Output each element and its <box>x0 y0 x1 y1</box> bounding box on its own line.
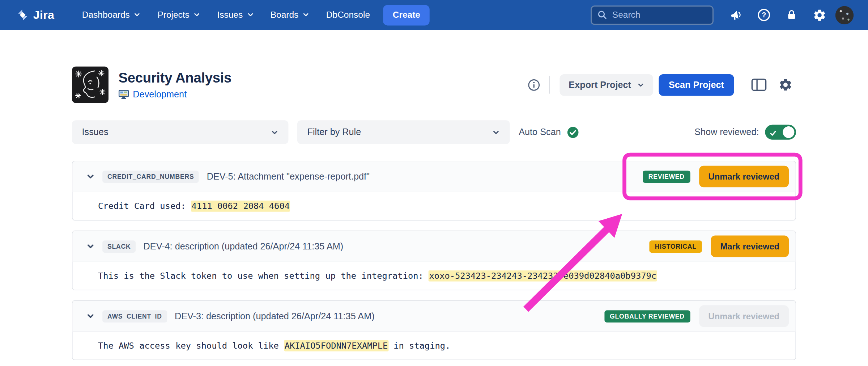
project-avatar <box>72 67 109 103</box>
chevron-down-icon <box>637 81 644 88</box>
rule-badge: CREDIT_CARD_NUMBERS <box>102 171 199 183</box>
toggle-knob <box>783 126 794 138</box>
collapse-chevron-icon[interactable] <box>82 239 98 254</box>
rule-filter-dropdown[interactable]: Filter by Rule <box>297 120 510 144</box>
export-project-button[interactable]: Export Project <box>560 74 653 96</box>
collapse-chevron-icon[interactable] <box>82 169 98 184</box>
issue-card-actions: REVIEWED Unmark reviewed <box>643 166 789 188</box>
nav-boards[interactable]: Boards <box>271 9 310 21</box>
chevron-down-icon <box>492 128 500 136</box>
auto-scan-label: Auto Scan <box>519 127 561 138</box>
page-root: Jira Dashboards Projects Issues Boards D… <box>0 0 868 366</box>
body-text: This is the Slack token to use when sett… <box>98 271 429 281</box>
monitor-icon <box>119 90 129 99</box>
issue-card-dev3: AWS_CLIENT_ID DEV-3: description (update… <box>72 300 796 360</box>
secret-highlight: AKIAIO5FODNN7EXAMPLE <box>284 340 388 352</box>
issue-body: Credit Card used: 4111 0062 2084 4604 <box>73 192 796 220</box>
nav-issues-label: Issues <box>217 10 243 20</box>
main-content: Security Analysis Development <box>0 67 868 366</box>
settings-gear-icon[interactable] <box>775 74 796 95</box>
info-icon[interactable] <box>524 75 544 95</box>
filter-row: Issues Filter by Rule Auto Scan Show rev… <box>72 120 796 144</box>
svg-text:?: ? <box>762 11 766 19</box>
issues-dropdown[interactable]: Issues <box>72 120 288 144</box>
issue-card-header: CREDIT_CARD_NUMBERS DEV-5: Attachment "e… <box>73 161 796 192</box>
status-badge: HISTORICAL <box>650 240 702 253</box>
secret-highlight: xoxo-523423-234243-234233-e039d02840a0b9… <box>429 270 657 282</box>
create-button[interactable]: Create <box>383 5 430 25</box>
show-reviewed-control: Show reviewed: <box>694 125 796 139</box>
header-actions: Export Project Scan Project <box>524 74 796 96</box>
auto-scan-indicator: Auto Scan <box>519 126 579 138</box>
jira-logo[interactable]: Jira <box>17 8 54 22</box>
issue-title: DEV-3: description (updated 26/Apr/24 11… <box>175 311 375 321</box>
chevron-down-icon <box>134 10 141 21</box>
nav-projects[interactable]: Projects <box>157 9 200 21</box>
page-title: Security Analysis <box>119 70 231 86</box>
title-block: Security Analysis Development <box>119 70 231 100</box>
export-project-label: Export Project <box>569 80 631 90</box>
lock-icon[interactable] <box>780 3 803 26</box>
issue-card-dev5: CREDIT_CARD_NUMBERS DEV-5: Attachment "e… <box>72 161 796 220</box>
top-navbar: Jira Dashboards Projects Issues Boards D… <box>0 0 868 30</box>
nav-issues[interactable]: Issues <box>217 9 254 21</box>
show-reviewed-toggle[interactable] <box>765 125 796 139</box>
gear-icon[interactable] <box>808 3 831 26</box>
issue-list: CREDIT_CARD_NUMBERS DEV-5: Attachment "e… <box>72 161 796 366</box>
project-row: Development <box>119 89 231 100</box>
nav-dbconsole-label: DbConsole <box>326 10 370 20</box>
chevron-down-icon <box>302 10 310 21</box>
collapse-chevron-icon[interactable] <box>82 308 98 324</box>
nav-dashboards[interactable]: Dashboards <box>82 9 141 21</box>
vertical-divider <box>549 76 550 94</box>
rule-badge: AWS_CLIENT_ID <box>102 310 167 322</box>
issue-card-actions: GLOBALLY REVIEWED Unmark reviewed <box>604 305 789 327</box>
issue-card-dev4: SLACK DEV-4: description (updated 26/Apr… <box>72 231 796 290</box>
chevron-down-icon <box>193 10 201 21</box>
help-icon[interactable]: ? <box>752 3 775 26</box>
body-text: in staging. <box>388 341 450 351</box>
check-icon <box>770 129 777 139</box>
chevron-down-icon <box>271 128 278 136</box>
primary-nav: Dashboards Projects Issues Boards DbCons… <box>82 9 370 21</box>
nav-boards-label: Boards <box>271 10 299 20</box>
jira-mark-icon <box>17 9 29 21</box>
nav-dbconsole[interactable]: DbConsole <box>326 10 370 20</box>
issues-dropdown-value: Issues <box>82 127 109 138</box>
chevron-down-icon <box>247 10 254 21</box>
search-input[interactable] <box>612 10 707 20</box>
mark-reviewed-button[interactable]: Mark reviewed <box>711 236 789 257</box>
issue-card-header: AWS_CLIENT_ID DEV-3: description (update… <box>73 301 796 332</box>
rule-filter-value: Filter by Rule <box>307 127 361 138</box>
body-text: The AWS access key should look like <box>98 341 284 351</box>
issue-body: The AWS access key should look like AKIA… <box>73 332 796 360</box>
issue-card-actions: HISTORICAL Mark reviewed <box>650 236 789 257</box>
project-link[interactable]: Development <box>133 89 187 100</box>
body-text: Credit Card used: <box>98 201 191 211</box>
search-icon <box>597 10 608 20</box>
navbar-right: ? <box>591 3 854 26</box>
status-badge: GLOBALLY REVIEWED <box>604 310 690 322</box>
show-reviewed-label: Show reviewed: <box>694 127 759 138</box>
check-circle-icon[interactable] <box>567 126 579 138</box>
megaphone-icon[interactable] <box>725 3 748 26</box>
issue-title: DEV-5: Attachment "expense-report.pdf" <box>207 171 370 182</box>
project-header: Security Analysis Development <box>72 67 796 103</box>
scan-project-button[interactable]: Scan Project <box>659 74 734 96</box>
unmark-reviewed-button-disabled: Unmark reviewed <box>699 305 789 327</box>
secret-highlight: 4111 0062 2084 4604 <box>191 201 290 212</box>
rule-badge: SLACK <box>102 240 136 253</box>
issue-title: DEV-4: description (updated 26/Apr/24 11… <box>144 241 344 252</box>
issue-body: This is the Slack token to use when sett… <box>73 262 796 290</box>
nav-dashboards-label: Dashboards <box>82 10 130 20</box>
search-box[interactable] <box>591 5 714 25</box>
issue-card-header: SLACK DEV-4: description (updated 26/Apr… <box>73 231 796 262</box>
user-avatar[interactable] <box>835 6 854 24</box>
nav-projects-label: Projects <box>157 10 189 20</box>
brand-name: Jira <box>33 8 54 22</box>
unmark-reviewed-button[interactable]: Unmark reviewed <box>699 166 789 188</box>
status-badge: REVIEWED <box>643 171 690 183</box>
detail-view-icon[interactable] <box>748 74 769 95</box>
